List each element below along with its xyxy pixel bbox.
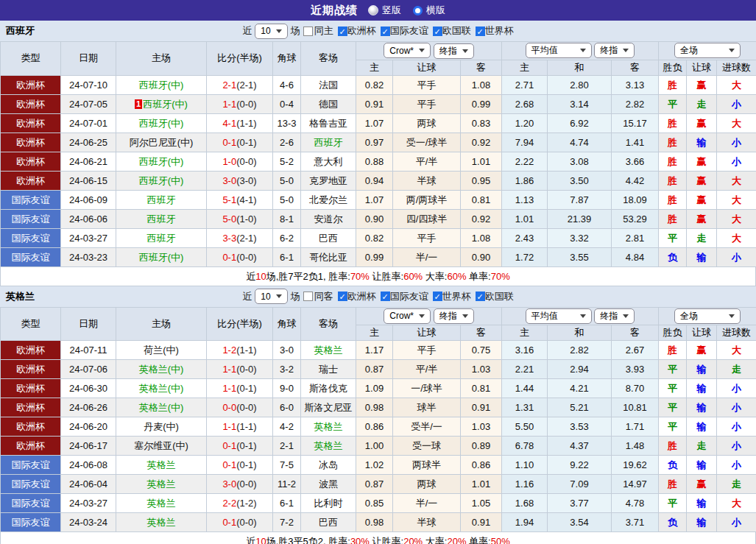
away-team-name[interactable]: 英格兰 [314,345,343,356]
league-checkbox[interactable]: ✓ [338,292,347,301]
view-option-1[interactable]: 横版 [413,4,445,17]
home-team-name[interactable]: 西班牙(中) [139,80,184,91]
home-team-name[interactable]: 塞尔维亚(中) [134,440,188,451]
odds-source-select[interactable]: Crow* [384,43,431,58]
match-type-cell: 欧洲杯 [1,94,61,113]
result-handicap: 赢 [687,171,717,190]
league-checkbox[interactable]: ✓ [338,27,347,36]
league-filter[interactable]: ✓欧国联 [476,290,514,303]
result-handicap: 输 [687,133,717,152]
away-team-name[interactable]: 瑞士 [319,364,338,375]
home-team-name[interactable]: 英格兰(中) [139,364,184,375]
home-team-name[interactable]: 西班牙 [147,194,176,205]
avg-time-select[interactable]: 终指 [594,43,635,58]
league-filter[interactable]: ✓世界杯 [476,24,514,38]
home-team-name[interactable]: 西班牙(中) [139,118,184,129]
away-team-name[interactable]: 西班牙 [314,137,343,148]
league-filter[interactable]: ✓国际友谊 [381,290,428,303]
home-team-name[interactable]: 英格兰 [147,517,176,528]
fulltime-score: 2-2 [222,498,236,509]
match-type-cell: 国际友谊 [1,247,61,266]
halftime-score: (0-1) [236,383,256,394]
summary-line: 近10场,胜7平2负1, 胜率:70% 让胜率:60% 大率:60% 单率:70… [0,267,756,286]
away-team-name[interactable]: 意大利 [314,156,343,167]
corner-score: 6-2 [273,228,301,247]
odds-home: 1.17 [356,341,393,360]
away-team-name[interactable]: 波黑 [319,478,338,490]
avg-home: 1.20 [502,113,548,133]
away-team-name[interactable]: 法国 [319,80,338,91]
league-checkbox[interactable]: ✓ [433,27,442,36]
league-filter[interactable]: ✓国际友谊 [381,24,428,38]
halftime-score: (0-0) [236,252,256,263]
chevron-down-icon [276,29,282,33]
odds-home: 0.90 [356,209,393,228]
odds-time-select[interactable]: 终指 [434,308,474,324]
fulltime-score: 0-1 [222,137,236,148]
league-filter[interactable]: ✓欧洲杯 [338,290,376,303]
home-team-name[interactable]: 西班牙 [147,213,176,225]
league-checkbox[interactable]: ✓ [381,27,390,36]
view-option-0[interactable]: 竖版 [368,4,401,17]
same-venue-filter[interactable]: 同主 [303,24,333,38]
league-checkbox[interactable]: ✓ [433,292,442,301]
away-team-name[interactable]: 哥伦比亚 [309,252,347,263]
result-handicap: 赢 [687,209,717,228]
league-checkbox[interactable]: ✓ [381,292,390,301]
away-team-name[interactable]: 巴西 [319,233,338,244]
same-venue-checkbox[interactable] [303,27,313,36]
match-score: 5-0(1-0) [207,209,273,228]
result-handicap: 输 [687,494,717,513]
home-team-name[interactable]: 英格兰 [147,478,176,490]
away-team-name[interactable]: 格鲁吉亚 [309,118,347,129]
avg-home: 1.94 [502,513,548,532]
match-score: 3-3(2-1) [207,228,273,247]
summary-segment: 60% [403,271,423,282]
match-count-select[interactable]: 10 [255,24,287,39]
league-filter[interactable]: ✓欧洲杯 [338,24,376,38]
home-team-name[interactable]: 西班牙(中) [139,156,184,167]
odds-source-select[interactable]: Crow* [384,308,431,324]
league-checkbox[interactable]: ✓ [476,27,485,36]
home-team-name[interactable]: 西班牙(中) [139,175,184,186]
away-team-name[interactable]: 安道尔 [314,213,343,225]
chevron-down-icon [580,314,586,318]
avg-time-select[interactable]: 终指 [594,308,635,324]
avg-source-select[interactable]: 平均值 [526,308,592,324]
same-venue-checkbox[interactable] [303,292,313,301]
odds-time-select[interactable]: 终指 [434,43,474,59]
avg-home: 1.10 [502,456,548,475]
home-team-name[interactable]: 西班牙(中) [143,99,188,110]
scope-select[interactable]: 全场 [674,43,741,58]
home-team-name[interactable]: 荷兰(中) [144,345,179,356]
home-team-name[interactable]: 西班牙 [147,233,176,244]
away-team-name[interactable]: 英格兰 [314,421,343,432]
result-goals: 大 [717,171,756,190]
league-checkbox[interactable]: ✓ [476,292,485,301]
away-team-name[interactable]: 克罗地亚 [309,175,347,186]
away-team-name[interactable]: 北爱尔兰 [309,194,347,205]
away-team-name[interactable]: 冰岛 [319,459,338,470]
away-team-name[interactable]: 斯洛文尼亚 [305,402,353,413]
league-filter[interactable]: ✓世界杯 [433,290,471,303]
home-team-name[interactable]: 阿尔巴尼亚(中) [130,137,194,148]
away-team-name[interactable]: 巴西 [319,517,338,528]
league-filter[interactable]: ✓欧国联 [433,24,471,38]
away-team-name[interactable]: 英格兰 [314,440,343,451]
same-venue-filter[interactable]: 同客 [303,290,333,303]
home-team-cell: 英格兰 [116,456,207,475]
away-team-name[interactable]: 斯洛伐克 [309,383,347,394]
home-team-name[interactable]: 英格兰 [147,459,176,470]
scope-select[interactable]: 全场 [674,308,741,324]
avg-source-select[interactable]: 平均值 [526,43,592,58]
home-team-name[interactable]: 英格兰(中) [139,402,184,413]
away-team-name[interactable]: 德国 [319,99,338,110]
home-team-name[interactable]: 丹麦(中) [144,421,179,432]
match-count-select[interactable]: 10 [255,289,287,304]
away-team-name[interactable]: 比利时 [314,498,343,509]
home-team-name[interactable]: 英格兰(中) [139,383,184,394]
match-date: 24-06-06 [61,209,116,228]
home-team-name[interactable]: 英格兰 [147,498,176,509]
match-row: 欧洲杯24-06-26英格兰(中)0-0(0-0)6-0斯洛文尼亚0.98球半0… [1,398,756,417]
home-team-name[interactable]: 西班牙(中) [139,252,184,263]
